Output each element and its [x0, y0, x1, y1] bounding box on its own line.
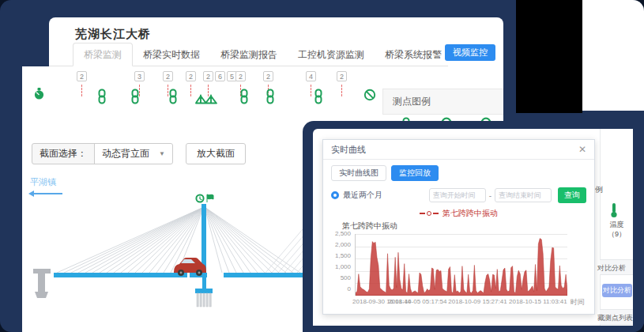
y-tick-label: 2,000 [335, 242, 351, 248]
point-list-section-header: 藏测点列表 [600, 309, 633, 325]
x-tick-label: 2018-10-05 05:17:54 [388, 298, 446, 305]
chain-icon[interactable] [97, 89, 107, 108]
chevron-down-icon: ▼ [159, 150, 165, 157]
accelerometer-icon[interactable] [33, 87, 45, 104]
y-tick-label: 1,500 [335, 253, 351, 259]
x-axis-title: 时间 [571, 297, 585, 307]
bridge-deck [54, 273, 187, 277]
tower-top-sensor-icon [196, 194, 213, 202]
clipped-header-text: 例 [595, 184, 603, 195]
section-controls: 截面选择： 动态背立面 ▼ 放大截面 [32, 143, 246, 164]
compare-section-header: 对比分析 [600, 259, 633, 275]
page-title: 芜湖长江大桥 [75, 27, 151, 42]
section-select-current: 动态背立面 [102, 147, 149, 160]
background-white-region [582, 0, 644, 111]
y-tick-label: 2,500 [335, 231, 351, 237]
legend-panel-header: 测点图例 [382, 89, 503, 115]
range-separator: - [489, 191, 491, 200]
y-tick-label: 500 [341, 275, 351, 281]
query-end-time-input[interactable] [495, 188, 552, 202]
dialog-body: 实时曲线图监控回放 最近两个月 - 查询 第七跨跨中振动 [323, 160, 594, 305]
chain-icon[interactable] [239, 89, 249, 108]
main-tab-1[interactable]: 桥梁实时数据 [133, 43, 210, 66]
realtime-curve-dialog: 实时曲线 ✕ 实时曲线图监控回放 最近两个月 - 查询 [322, 139, 595, 315]
query-filter-row: 最近两个月 - 查询 [331, 187, 586, 203]
dialog-tab-1[interactable]: 监控回放 [391, 165, 439, 181]
main-tab-2[interactable]: 桥梁监测报告 [210, 43, 288, 66]
query-button[interactable]: 查询 [558, 187, 586, 203]
legend-label: 第七跨跨中振动 [443, 208, 498, 219]
sensor-dash-line [81, 85, 82, 96]
sensor-count: 4 [306, 71, 316, 81]
dialog-tab-0[interactable]: 实时曲线图 [331, 165, 386, 181]
sensor-count: 2 [337, 71, 347, 81]
sensor-count: 2 [235, 71, 246, 81]
sensor-count: 6 [215, 71, 225, 81]
main-tab-0[interactable]: 桥梁监测 [73, 43, 133, 66]
radio-label: 最近两个月 [343, 190, 382, 201]
legend-panel-icons [22, 115, 143, 129]
main-tab-3[interactable]: 工控机资源监测 [288, 43, 375, 66]
background-black-region [516, 0, 582, 113]
sensor-count: 2 [186, 71, 196, 81]
chart-y-axis: 2,5002,0001,5001,0005000 [331, 231, 355, 292]
sensor-count: 3 [134, 71, 145, 81]
y-tick-label: 1,000 [335, 264, 351, 270]
dialog-header: 实时曲线 ✕ [323, 140, 594, 160]
chain-icon[interactable] [168, 89, 178, 108]
vibration-series [356, 234, 567, 296]
chain-icon[interactable] [130, 89, 140, 108]
main-tab-4[interactable]: 桥梁系统报警 [375, 43, 452, 66]
prohibit-icon[interactable] [363, 89, 376, 104]
sensor-dash-line [190, 85, 191, 96]
thermometer-icon[interactable] [609, 202, 619, 221]
x-tick-label: 2018-10-09 15:27:41 [448, 298, 507, 305]
legend-marker-icon [420, 213, 425, 214]
chart-legend[interactable]: 第七跨跨中振动 [331, 208, 586, 219]
main-tab-bar: 桥梁监测桥梁实时数据桥梁监测报告工控机资源监测桥梁系统报警 [49, 43, 448, 66]
bridge-icon[interactable] [195, 92, 217, 109]
chart-plot-area[interactable] [355, 234, 567, 296]
background-side-panel: 例 温度 （9） 对比分析 对比分析 藏测点列表 [595, 129, 633, 326]
popup-window: 实时曲线 ✕ 实时曲线图监控回放 最近两个月 - 查询 [303, 121, 644, 332]
sensor-count: 2 [263, 71, 273, 81]
section-select[interactable]: 截面选择： 动态背立面 ▼ [32, 143, 173, 164]
video-monitor-button[interactable]: 视频监控 [445, 44, 495, 61]
chart-x-axis: 时间 2018-09-30 16:01:442018-10-05 05:17:5… [355, 296, 567, 305]
pier-icon [33, 269, 51, 298]
sensor-count: 2 [163, 71, 173, 81]
sensor-dash-line [311, 85, 311, 96]
sensor-count: 2 [77, 71, 87, 81]
zoom-section-button[interactable]: 放大截面 [186, 143, 246, 164]
radio-last-two-months[interactable] [331, 191, 339, 199]
desktop-background: 芜湖长江大桥 桥梁监测桥梁实时数据桥梁监测报告工控机资源监测桥梁系统报警 视频监… [0, 0, 644, 332]
dialog-tab-bar: 实时曲线图监控回放 [331, 165, 586, 181]
chain-icon[interactable] [266, 89, 275, 108]
close-icon[interactable]: ✕ [578, 144, 586, 155]
sensor-count: 2 [203, 71, 213, 81]
chart: 2,5002,0001,5001,0005000 [331, 234, 586, 296]
legend-panel-title: 测点图例 [393, 96, 431, 107]
sensor-dash-line [341, 85, 342, 96]
dialog-title: 实时曲线 [331, 144, 366, 156]
bridge-left-label: 平湖镇 [30, 176, 56, 188]
section-select-value[interactable]: 动态背立面 ▼ [94, 144, 172, 164]
temperature-count: （9） [601, 229, 633, 240]
query-start-time-input[interactable] [429, 188, 486, 202]
y-tick-label: 0 [348, 286, 351, 292]
main-window-header: 芜湖长江大桥 桥梁监测桥梁实时数据桥梁监测报告工控机资源监测桥梁系统报警 视频监… [49, 17, 503, 66]
tower-piles [197, 293, 211, 307]
x-tick-label: 2018-10-15 11:03:41 [509, 298, 567, 305]
section-select-label: 截面选择： [32, 144, 94, 164]
chart-title: 第七跨跨中振动 [342, 221, 586, 232]
chain-icon[interactable] [314, 89, 323, 108]
compare-analysis-button[interactable]: 对比分析 [602, 284, 632, 297]
popup-window-content: 实时曲线 ✕ 实时曲线图监控回放 最近两个月 - 查询 [313, 129, 633, 326]
